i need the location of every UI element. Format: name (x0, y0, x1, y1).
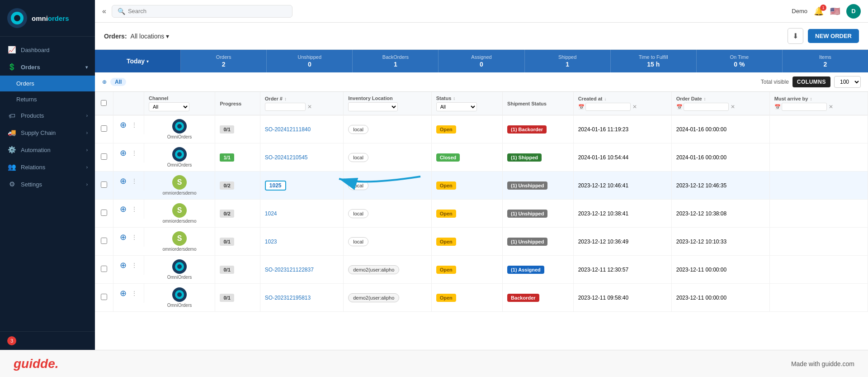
omni-logo-icon (172, 119, 187, 134)
sidebar-item-products[interactable]: 🏷 Products › (0, 107, 95, 124)
inv-location-cell: demo2(user:alipho (344, 284, 431, 312)
total-visible-label: Total visible (761, 79, 789, 85)
row-checkbox[interactable] (101, 238, 107, 244)
row-checkbox[interactable] (101, 181, 107, 188)
th-status: Status ↕ All (431, 92, 502, 115)
omni-logo-icon (172, 147, 187, 162)
status-filter-select[interactable]: All (436, 102, 477, 111)
row-checkbox[interactable] (101, 294, 107, 300)
filter-plus-icon: ⊕ (102, 79, 107, 85)
stat-time-to-fulfill[interactable]: Time to Fulfill 15 h (611, 50, 697, 72)
channel-name-label: omniordersdemo (162, 247, 196, 252)
stat-unshipped[interactable]: Unshipped 0 (267, 50, 353, 72)
channel-filter-select[interactable]: All (149, 102, 189, 111)
stat-backorders[interactable]: BackOrders 1 (353, 50, 439, 72)
order-date-input[interactable] (684, 103, 729, 111)
search-input[interactable] (128, 8, 287, 14)
created-date-input[interactable] (585, 103, 631, 111)
user-avatar[interactable]: D (846, 4, 861, 19)
ship-status-col-label: Shipment Status (507, 101, 547, 106)
order-number-link[interactable]: SO-2023121122837 (265, 267, 314, 273)
more-options-button[interactable]: ⋮ (129, 205, 139, 214)
add-filter-button[interactable]: ⊕ (102, 79, 107, 85)
stat-today[interactable]: Today ▾ (95, 50, 181, 72)
location-dropdown[interactable]: All locations ▾ (131, 33, 170, 40)
footer-made-with: Made with guidde.com (791, 360, 854, 367)
add-row-button[interactable]: ⊕ (118, 119, 128, 131)
order-date-value: 2023-12-11 00:00:00 (676, 267, 726, 273)
order-number-highlighted[interactable]: 1025 (265, 181, 286, 191)
all-filter-badge[interactable]: All (110, 78, 126, 86)
add-row-button[interactable]: ⊕ (118, 147, 128, 159)
sidebar-item-relations[interactable]: 👥 Relations › (0, 158, 95, 176)
select-all-checkbox[interactable] (101, 100, 107, 106)
more-options-button[interactable]: ⋮ (129, 233, 139, 242)
columns-button[interactable]: COLUMNS (793, 76, 830, 87)
collapse-button[interactable]: « (102, 7, 106, 15)
stat-items-value: 2 (790, 61, 861, 68)
created-at-cell: 2024-01-16 10:54:44 (573, 143, 671, 172)
stat-assigned[interactable]: Assigned 0 (439, 50, 524, 72)
orderdate-sort-icon[interactable]: ↕ (704, 96, 706, 101)
order-filter-clear[interactable]: ✕ (307, 104, 313, 110)
add-row-button[interactable]: ⊕ (118, 287, 128, 299)
sidebar-item-supply-chain[interactable]: 🚚 Supply Chain › (0, 124, 95, 141)
sidebar-item-returns[interactable]: Returns (0, 91, 95, 107)
flag-icon: 🇺🇸 (830, 6, 840, 16)
must-arrive-sort-icon[interactable]: ↕ (810, 96, 812, 101)
ship-status-cell: (1) Backorder (503, 115, 574, 143)
order-number-link[interactable]: 1024 (265, 210, 277, 217)
order-number-link[interactable]: SO-20241210545 (265, 154, 308, 161)
created-sort-icon[interactable]: ↓ (604, 96, 606, 101)
status-badge: Open (436, 125, 456, 134)
more-options-button[interactable]: ⋮ (129, 289, 139, 298)
visible-count-select[interactable]: 100 50 200 (834, 76, 861, 88)
order-number-link[interactable]: SO-202412111840 (265, 126, 311, 133)
sidebar-item-settings[interactable]: ⚙ Settings › (0, 176, 95, 193)
row-checkbox[interactable] (101, 125, 107, 132)
row-actions-cell: ⊕ ⋮ (113, 284, 144, 303)
sidebar-item-automation[interactable]: ⚙️ Automation › (0, 141, 95, 158)
sidebar-item-orders[interactable]: Orders (0, 76, 95, 91)
row-checkbox[interactable] (101, 266, 107, 272)
sidebar-item-dashboard[interactable]: 📈 Dashboard (0, 41, 95, 58)
stat-shipped[interactable]: Shipped 1 (525, 50, 611, 72)
chevron-right-icon5: › (86, 182, 88, 187)
status-sort-icon[interactable]: ↕ (453, 96, 455, 101)
add-row-button[interactable]: ⊕ (118, 259, 128, 271)
row-checkbox[interactable] (101, 210, 107, 216)
more-options-button[interactable]: ⋮ (129, 148, 139, 157)
row-checkbox[interactable] (101, 153, 107, 160)
more-options-button[interactable]: ⋮ (129, 177, 139, 186)
order-date-value: 2023-12-12 10:46:35 (676, 182, 726, 189)
add-row-button[interactable]: ⊕ (118, 203, 128, 215)
must-arrive-input[interactable] (782, 103, 827, 111)
stat-items[interactable]: Items 2 (783, 50, 868, 72)
order-number-link[interactable]: SO-202312195813 (265, 295, 311, 301)
sidebar-item-orders-section[interactable]: 💲 Orders ▾ (0, 58, 95, 76)
new-order-button[interactable]: NEW ORDER (808, 29, 859, 43)
sidebar-item-label: Relations (21, 164, 45, 171)
sidebar-nav: 📈 Dashboard 💲 Orders ▾ Orders Returns 🏷 … (0, 37, 95, 331)
add-row-button[interactable]: ⊕ (118, 175, 128, 187)
user-name: Demo (792, 8, 807, 14)
stat-shipped-label: Shipped (532, 54, 603, 60)
stat-on-time[interactable]: On Time 0 % (697, 50, 783, 72)
order-sort-icon[interactable]: ↕ (284, 96, 287, 101)
order-number-link[interactable]: 1023 (265, 239, 277, 245)
order-filter-input[interactable] (265, 103, 306, 111)
notification-bell[interactable]: 🔔 1 (814, 6, 824, 16)
order-date-clear[interactable]: ✕ (730, 104, 736, 110)
select-all-header (95, 92, 113, 115)
must-arrive-clear[interactable]: ✕ (828, 104, 834, 110)
download-button[interactable]: ⬇ (788, 28, 803, 44)
sidebar-item-label: Products (21, 112, 44, 119)
more-options-button[interactable]: ⋮ (129, 120, 139, 129)
created-date-clear[interactable]: ✕ (632, 104, 638, 110)
stat-items-label: Items (790, 54, 861, 60)
add-row-button[interactable]: ⊕ (118, 231, 128, 243)
inv-location-filter-select[interactable] (348, 102, 398, 111)
more-options-button[interactable]: ⋮ (129, 261, 139, 270)
row-checkbox-cell (95, 284, 113, 312)
stat-orders[interactable]: Orders 2 (181, 50, 267, 72)
